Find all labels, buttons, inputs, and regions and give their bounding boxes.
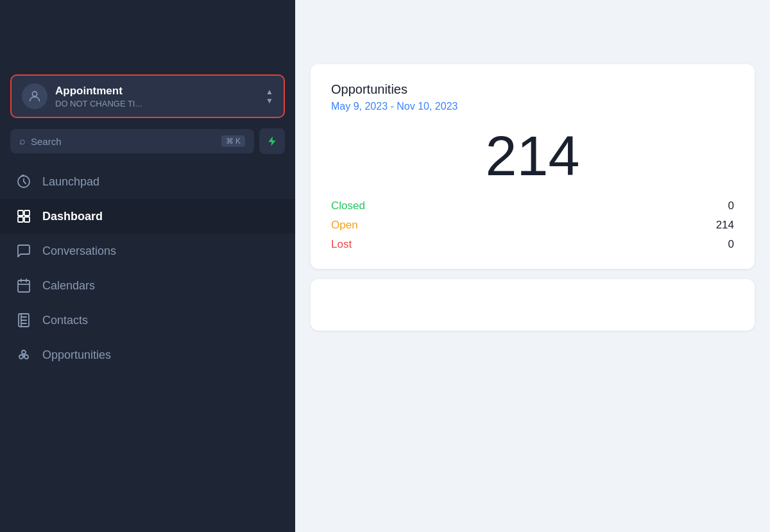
stat-row-open: Open 214 <box>331 219 734 232</box>
dashboard-icon-wrapper <box>15 208 32 225</box>
sidebar-item-contacts[interactable]: Contacts <box>0 303 295 338</box>
opportunities-card: Opportunities May 9, 2023 - Nov 10, 2023… <box>311 64 755 269</box>
search-icon: ⌕ <box>19 135 26 147</box>
contacts-icon <box>16 313 31 328</box>
launchpad-icon <box>16 174 31 189</box>
person-icon <box>28 89 42 103</box>
dashboard-icon <box>16 209 31 224</box>
stat-row-lost: Lost 0 <box>331 238 734 251</box>
sidebar-item-label-calendars: Calendars <box>42 279 95 293</box>
stat-value-open: 214 <box>716 219 734 232</box>
shortcut-cmd: ⌘ <box>226 137 234 146</box>
lightning-button[interactable] <box>259 128 285 154</box>
card-title: Opportunities <box>331 82 734 97</box>
sidebar-item-label-conversations: Conversations <box>42 245 116 258</box>
conversations-icon <box>16 243 31 259</box>
sidebar-item-dashboard[interactable]: Dashboard <box>0 199 295 234</box>
search-bar-row: ⌕ Search ⌘ K <box>0 118 295 159</box>
sidebar-item-label-launchpad: Launchpad <box>42 175 99 189</box>
svg-point-0 <box>32 92 37 96</box>
big-number: 214 <box>331 128 734 184</box>
stats-grid: Closed 0 Open 214 Lost 0 <box>331 200 734 251</box>
shortcut-k: K <box>235 137 241 146</box>
sidebar-top-space <box>0 0 295 64</box>
account-selector[interactable]: Appointment DO NOT CHANGE TI... ▲ ▼ <box>10 74 285 118</box>
chevron-down-icon: ▼ <box>266 97 273 105</box>
stat-label-open: Open <box>331 219 358 232</box>
sidebar-item-label-contacts: Contacts <box>42 314 88 327</box>
svg-rect-6 <box>18 280 30 292</box>
opportunities-icon <box>16 347 31 363</box>
sidebar: Appointment DO NOT CHANGE TI... ▲ ▼ ⌕ Se… <box>0 0 295 532</box>
account-name: Appointment <box>55 85 258 98</box>
svg-rect-2 <box>18 210 23 216</box>
search-shortcut: ⌘ K <box>221 135 245 147</box>
calendars-icon <box>16 278 31 293</box>
sidebar-item-opportunities[interactable]: Opportunities <box>0 338 295 372</box>
calendars-icon-wrapper <box>15 277 32 294</box>
stat-value-closed: 0 <box>728 200 734 212</box>
bottom-card <box>311 279 755 330</box>
account-avatar <box>22 83 47 109</box>
top-spacer <box>311 15 755 54</box>
account-info: Appointment DO NOT CHANGE TI... <box>55 85 258 108</box>
card-date-range: May 9, 2023 - Nov 10, 2023 <box>331 101 734 112</box>
launchpad-icon-wrapper <box>15 173 32 190</box>
stat-label-lost: Lost <box>331 238 352 251</box>
svg-rect-5 <box>24 217 30 222</box>
chevron-up-icon: ▲ <box>266 88 273 96</box>
search-bar[interactable]: ⌕ Search ⌘ K <box>10 129 254 153</box>
sidebar-item-label-opportunities: Opportunities <box>42 348 111 362</box>
lightning-icon <box>266 135 278 147</box>
svg-line-19 <box>24 354 25 356</box>
sidebar-item-launchpad[interactable]: Launchpad <box>0 164 295 199</box>
account-subtitle: DO NOT CHANGE TI... <box>55 99 258 108</box>
search-placeholder: Search <box>31 136 216 147</box>
sidebar-item-calendars[interactable]: Calendars <box>0 268 295 303</box>
opportunities-icon-wrapper <box>15 347 32 363</box>
sidebar-item-conversations[interactable]: Conversations <box>0 234 295 268</box>
main-content: Opportunities May 9, 2023 - Nov 10, 2023… <box>295 0 770 532</box>
stat-label-closed: Closed <box>331 200 365 212</box>
stat-row-closed: Closed 0 <box>331 200 734 212</box>
svg-rect-4 <box>18 217 23 222</box>
contacts-icon-wrapper <box>15 312 32 329</box>
svg-line-18 <box>23 354 24 356</box>
svg-point-17 <box>22 350 26 354</box>
conversations-icon-wrapper <box>15 243 32 259</box>
stat-value-lost: 0 <box>728 238 734 251</box>
sidebar-item-label-dashboard: Dashboard <box>42 210 103 223</box>
account-chevrons: ▲ ▼ <box>266 88 273 105</box>
nav-items: Launchpad Dashboard Conversations <box>0 164 295 532</box>
svg-rect-3 <box>24 210 30 216</box>
